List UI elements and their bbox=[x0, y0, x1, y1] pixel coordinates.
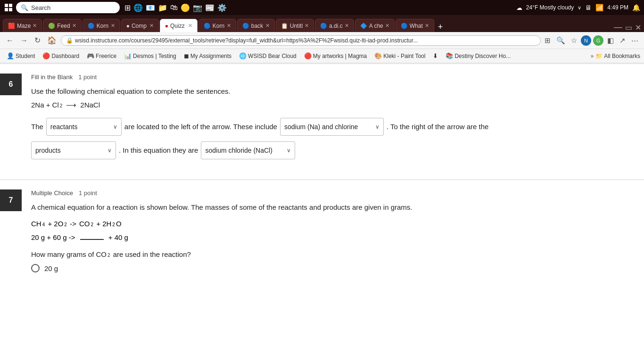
taskbar-camera[interactable]: 📷 bbox=[193, 3, 202, 12]
tab-korn2[interactable]: 🔵 Korn ✕ bbox=[198, 19, 236, 32]
bookmark-dashboard[interactable]: 🔴 Dashboard bbox=[40, 51, 82, 60]
tab-close[interactable]: ✕ bbox=[425, 23, 429, 29]
open-tab-button[interactable]: ⊞ bbox=[543, 35, 553, 46]
bookmark-assignments[interactable]: ◼ My Assignments bbox=[181, 51, 234, 60]
taskbar-news[interactable]: 📰 bbox=[205, 3, 215, 12]
question-6-text: Use the following chemical equation to c… bbox=[31, 86, 635, 97]
radio-label-20g: 20 g bbox=[44, 264, 58, 272]
bookmark-wsisd[interactable]: 🌐 WSISD Bear Cloud bbox=[236, 51, 299, 60]
svg-rect-0 bbox=[5, 4, 8, 7]
address-bar[interactable]: 🔒 wsisd.instructure.com/courses/29495/ex… bbox=[61, 35, 541, 46]
tab-what[interactable]: 🔵 What ✕ bbox=[396, 19, 434, 32]
tab-back[interactable]: 🔵 back ✕ bbox=[237, 19, 275, 32]
tab-korn1[interactable]: 🔵 Korn ✕ bbox=[83, 19, 120, 32]
zoom-button[interactable]: 🔍 bbox=[554, 35, 567, 46]
bookmark-freerice[interactable]: 🎮 Freerice bbox=[84, 51, 119, 60]
tab-close[interactable]: ✕ bbox=[72, 23, 76, 29]
dropdown-sodium[interactable]: sodium (Na) and chlorine ∨ bbox=[280, 118, 384, 136]
sidebar-button[interactable]: ◧ bbox=[605, 35, 616, 46]
close-button[interactable]: ✕ bbox=[635, 23, 641, 32]
taskbar-settings[interactable]: ⚙️ bbox=[217, 3, 227, 12]
dropdown-products[interactable]: products ∨ bbox=[31, 141, 116, 159]
tab-ache[interactable]: 🔷 A che ✕ bbox=[355, 19, 395, 32]
tab-quiz[interactable]: ● Quizz ✕ bbox=[160, 19, 198, 32]
chem-plus1: + 2O bbox=[46, 217, 63, 230]
bookmark-student[interactable]: 👤 Student bbox=[4, 51, 38, 60]
tab-close[interactable]: ✕ bbox=[385, 23, 389, 29]
svg-rect-3 bbox=[9, 8, 12, 11]
sub-2-3: 2 bbox=[112, 221, 115, 229]
tab-close[interactable]: ✕ bbox=[305, 23, 309, 29]
taskbar-store[interactable]: 🛍 bbox=[170, 3, 178, 12]
tab-feed[interactable]: 🟢 Feed ✕ bbox=[43, 19, 81, 32]
radio-circle[interactable] bbox=[31, 264, 40, 272]
taskbar-folder[interactable]: 📁 bbox=[158, 3, 167, 12]
radio-option-20g[interactable]: 20 g bbox=[31, 264, 635, 272]
all-bookmarks-button[interactable]: 📁 All Bookmarks bbox=[595, 53, 640, 59]
restore-button[interactable]: ▭ bbox=[625, 23, 632, 32]
windows-icon[interactable] bbox=[4, 3, 13, 12]
tab-close[interactable]: ✕ bbox=[149, 23, 154, 29]
taskbar-search[interactable]: 🔍 Search bbox=[16, 2, 120, 13]
all-bookmarks-label: All Bookmarks bbox=[604, 53, 640, 59]
forward-button[interactable]: → bbox=[18, 35, 30, 46]
tab-maze[interactable]: 🟥 Maze ✕ bbox=[3, 19, 42, 32]
minimize-button[interactable]: — bbox=[614, 22, 622, 32]
equation-arrow: ⟶ bbox=[66, 101, 76, 109]
tab-close[interactable]: ✕ bbox=[227, 23, 231, 29]
taskbar-chrome[interactable]: 🟡 bbox=[181, 3, 190, 12]
bookmark-magma[interactable]: 🔴 My artworks | Magma bbox=[301, 51, 370, 60]
tab-close[interactable]: ✕ bbox=[265, 23, 270, 29]
bookmark-download[interactable]: ⬇ bbox=[430, 51, 441, 60]
bookmark-label: Destiny Discover Ho... bbox=[454, 53, 511, 59]
refresh-button[interactable]: ↻ bbox=[32, 35, 43, 46]
url-text: wsisd.instructure.com/courses/29495/exte… bbox=[75, 37, 418, 44]
home-button[interactable]: 🏠 bbox=[45, 35, 59, 46]
taskbar-edge[interactable]: 🌐 bbox=[133, 3, 143, 12]
nav-bar: ← → ↻ 🏠 🔒 wsisd.instructure.com/courses/… bbox=[0, 32, 644, 49]
bookmark-kleki[interactable]: 🎨 Kleki - Paint Tool bbox=[372, 51, 428, 60]
share-button[interactable]: ↗ bbox=[618, 35, 627, 46]
sub-2-2: 2 bbox=[91, 221, 94, 229]
tab-untit[interactable]: 📋 Untitl ✕ bbox=[276, 19, 314, 32]
bookmark-label: Student bbox=[16, 53, 35, 59]
chevron-down-icon[interactable]: ∨ bbox=[578, 5, 581, 11]
profile-button[interactable]: N bbox=[581, 35, 591, 46]
tab-close[interactable]: ✕ bbox=[111, 23, 115, 29]
chevron-down-icon: ∨ bbox=[287, 145, 291, 156]
tab-label: A che bbox=[369, 23, 383, 29]
menu-button[interactable]: ⋯ bbox=[629, 35, 640, 46]
bookmark-label: My artworks | Magma bbox=[313, 53, 367, 59]
taskbar-outlook[interactable]: 📧 bbox=[146, 3, 155, 12]
weather-text: 24°F Mostly cloudy bbox=[526, 4, 574, 11]
dropdown-reactants-value: reactants bbox=[50, 120, 78, 133]
chem-o: O bbox=[116, 217, 122, 230]
fill-row-1: The reactants ∨ are located to the left … bbox=[31, 118, 635, 136]
favorite-button[interactable]: ☆ bbox=[569, 35, 579, 46]
taskbar-monitor[interactable]: 🖥 bbox=[585, 4, 592, 11]
tab-label: a.di.c bbox=[329, 23, 343, 29]
dropdown-nacl[interactable]: sodium chloride (NaCl) ∨ bbox=[201, 141, 295, 159]
chevron-down-icon: ∨ bbox=[113, 121, 117, 132]
tab-close[interactable]: ✕ bbox=[345, 23, 349, 29]
dropdown-reactants[interactable]: reactants ∨ bbox=[46, 118, 122, 136]
bookmark-destiny[interactable]: 📚 Destiny Discover Ho... bbox=[443, 51, 513, 60]
bookmark-label: Desmos | Testing bbox=[133, 53, 176, 59]
tab-label: Korn bbox=[97, 23, 108, 29]
extension-button[interactable]: G bbox=[593, 35, 603, 46]
taskbar-network[interactable]: 📶 bbox=[595, 4, 603, 11]
bookmarks-more-button[interactable]: » bbox=[591, 53, 594, 59]
taskbar-app-grid[interactable]: ⊞ bbox=[124, 3, 131, 12]
search-icon: 🔍 bbox=[21, 4, 28, 11]
tab-comp[interactable]: ● Comp ✕ bbox=[121, 19, 159, 32]
notification-icon[interactable]: 🔔 bbox=[632, 4, 640, 11]
tab-adic[interactable]: 🔵 a.di.c ✕ bbox=[315, 19, 354, 32]
tab-close[interactable]: ✕ bbox=[33, 23, 37, 29]
bookmark-desmos[interactable]: 📊 Desmos | Testing bbox=[121, 51, 179, 60]
bookmark-label: My Assignments bbox=[190, 53, 231, 59]
dropdown-sodium-value: sodium (Na) and chlorine bbox=[284, 120, 358, 133]
tab-close[interactable]: ✕ bbox=[188, 23, 192, 29]
tab-label: Quizz bbox=[170, 23, 185, 29]
new-tab-button[interactable]: + bbox=[435, 22, 446, 32]
back-button[interactable]: ← bbox=[4, 35, 16, 46]
